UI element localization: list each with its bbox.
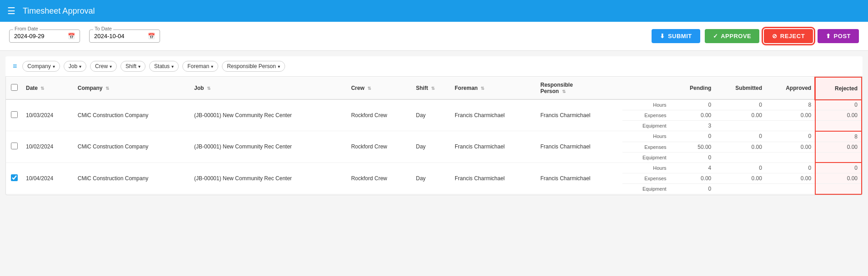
row-type-label: Expenses — [622, 142, 672, 152]
row-rejected: 8 — [815, 131, 862, 142]
row-approved: 0 — [766, 131, 815, 142]
sort-icon[interactable]: ⇅ — [431, 86, 435, 91]
row-rejected: 0.00 — [815, 173, 862, 184]
filter-chip-crew[interactable]: Crew ▾ — [90, 61, 117, 72]
row-type-label: Equipment — [622, 121, 672, 131]
sort-icon[interactable]: ⇅ — [40, 86, 44, 91]
sort-icon[interactable]: ⇅ — [562, 89, 566, 94]
app-title: Timesheet Approval — [23, 6, 95, 16]
row-submitted: 0 — [715, 99, 766, 110]
row-shift: Day — [412, 163, 451, 194]
to-date-calendar-icon[interactable]: 📅 — [148, 33, 155, 39]
sort-icon[interactable]: ⇅ — [367, 86, 371, 91]
row-checkbox-cell — [6, 131, 22, 163]
select-all-checkbox[interactable] — [11, 84, 18, 91]
th-company: Company ⇅ — [74, 77, 191, 99]
row-submitted: 0.00 — [715, 142, 766, 152]
filter-chip-responsible-person[interactable]: Responsible Person ▾ — [222, 61, 285, 72]
row-rejected — [815, 184, 862, 194]
row-company: CMiC Construction Company — [74, 131, 191, 163]
row-approved — [766, 184, 815, 194]
table-header-row: Date ⇅ Company ⇅ Job ⇅ Crew ⇅ Shift ⇅ Fo… — [6, 77, 862, 99]
row-foreman: Francis Charmichael — [451, 131, 537, 163]
timesheet-table-container: Date ⇅ Company ⇅ Job ⇅ Crew ⇅ Shift ⇅ Fo… — [5, 77, 863, 195]
row-rejected: 0 — [815, 163, 862, 173]
row-responsible-person: Francis Charmichael — [537, 163, 623, 194]
filter-chip-job[interactable]: Job ▾ — [64, 61, 86, 72]
row-pending: 50.00 — [672, 142, 715, 152]
row-approved: 0.00 — [766, 110, 815, 121]
row-date: 10/02/2024 — [22, 131, 74, 163]
filter-chip-company[interactable]: Company ▾ — [22, 61, 60, 72]
submit-button[interactable]: ⬇ SUBMIT — [652, 29, 700, 43]
th-date: Date ⇅ — [22, 77, 74, 99]
th-shift: Shift ⇅ — [412, 77, 451, 99]
menu-icon[interactable]: ☰ — [7, 5, 15, 16]
th-rejected: Rejected — [815, 77, 862, 99]
row-responsible-person: Francis Charmichael — [537, 99, 623, 131]
from-date-calendar-icon[interactable]: 📅 — [68, 33, 75, 39]
row-approved: 0.00 — [766, 142, 815, 152]
row-checkbox[interactable] — [11, 174, 18, 181]
chevron-down-icon: ▾ — [278, 64, 280, 69]
table-body: 10/03/2024CMiC Construction Company(JB-0… — [6, 99, 862, 194]
row-crew: Rockford Crew — [347, 99, 412, 131]
row-checkbox[interactable] — [11, 143, 18, 149]
row-rejected: 0.00 — [815, 110, 862, 121]
filter-chip-shift[interactable]: Shift ▾ — [120, 61, 146, 72]
row-approved: 8 — [766, 99, 815, 110]
th-foreman: Foreman ⇅ — [451, 77, 537, 99]
row-date: 10/04/2024 — [22, 163, 74, 194]
row-crew: Rockford Crew — [347, 131, 412, 163]
row-checkbox-cell — [6, 99, 22, 131]
row-foreman: Francis Charmichael — [451, 99, 537, 131]
filter-chip-foreman[interactable]: Foreman ▾ — [182, 61, 218, 72]
row-crew: Rockford Crew — [347, 163, 412, 194]
date-fields: From Date 📅 To Date 📅 — [9, 30, 160, 43]
row-pending: 0 — [672, 131, 715, 142]
from-date-input[interactable] — [14, 33, 64, 39]
table-row: 10/03/2024CMiC Construction Company(JB-0… — [6, 99, 862, 110]
row-type-label: Equipment — [622, 184, 672, 194]
row-submitted: 0.00 — [715, 173, 766, 184]
row-type-label: Hours — [622, 99, 672, 110]
timesheet-table: Date ⇅ Company ⇅ Job ⇅ Crew ⇅ Shift ⇅ Fo… — [6, 77, 862, 195]
filter-chip-status[interactable]: Status ▾ — [149, 61, 179, 72]
table-row: 10/02/2024CMiC Construction Company(JB-0… — [6, 131, 862, 142]
from-date-label: From Date — [13, 26, 40, 31]
chevron-down-icon: ▾ — [211, 64, 213, 69]
row-type-label: Equipment — [622, 152, 672, 163]
approve-button[interactable]: ✓ APPROVE — [705, 29, 760, 43]
chevron-down-icon: ▾ — [79, 64, 81, 69]
row-pending: 0.00 — [672, 110, 715, 121]
filter-icon[interactable]: ≡ — [13, 62, 17, 70]
row-shift: Day — [412, 131, 451, 163]
row-submitted — [715, 152, 766, 163]
row-approved: 0 — [766, 163, 815, 173]
row-approved — [766, 152, 815, 163]
post-icon: ⬆ — [826, 33, 831, 39]
filter-bar: ≡ Company ▾ Job ▾ Crew ▾ Shift ▾ Status … — [5, 56, 863, 77]
to-date-input[interactable] — [94, 33, 144, 39]
toolbar: From Date 📅 To Date 📅 ⬇ SUBMIT ✓ APPROVE… — [0, 22, 868, 51]
table-row: 10/04/2024CMiC Construction Company(JB-0… — [6, 163, 862, 173]
row-pending: 0 — [672, 184, 715, 194]
approve-icon: ✓ — [713, 33, 718, 39]
sort-icon[interactable]: ⇅ — [105, 86, 109, 91]
app-header: ☰ Timesheet Approval — [0, 0, 868, 22]
row-type-label: Expenses — [622, 110, 672, 121]
sort-icon[interactable]: ⇅ — [207, 86, 211, 91]
row-foreman: Francis Charmichael — [451, 163, 537, 194]
sort-icon[interactable]: ⇅ — [481, 86, 484, 91]
chevron-down-icon: ▾ — [110, 64, 112, 69]
row-pending: 0 — [672, 152, 715, 163]
row-rejected — [815, 152, 862, 163]
post-button[interactable]: ⬆ POST — [818, 29, 859, 43]
row-job: (JB-00001) New Community Rec Center — [191, 163, 347, 194]
row-rejected: 0.00 — [815, 142, 862, 152]
row-submitted — [715, 184, 766, 194]
row-checkbox[interactable] — [11, 111, 18, 118]
row-company: CMiC Construction Company — [74, 99, 191, 131]
row-type-label: Expenses — [622, 173, 672, 184]
reject-button[interactable]: ⊘ REJECT — [764, 29, 813, 43]
